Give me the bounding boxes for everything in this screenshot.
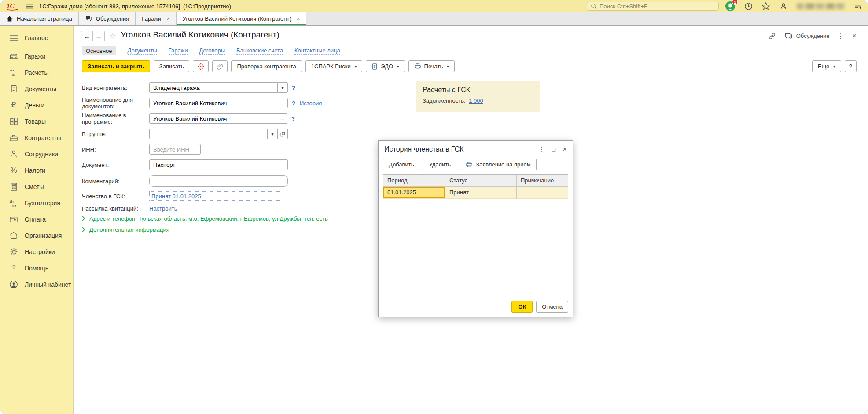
sidebar-item-accounting[interactable]: ДтКт Бухгалтерия <box>0 195 73 211</box>
tab-contractor[interactable]: Уголков Василий Котикович (Контрагент) × <box>177 12 306 25</box>
nav-contracts[interactable]: Договоры <box>199 47 225 55</box>
help-icon[interactable]: ? <box>292 100 295 107</box>
sidebar-item-account[interactable]: Личный кабинет <box>0 276 73 292</box>
cancel-button[interactable]: Отмена <box>536 301 568 313</box>
more-button[interactable]: Еще ▾ <box>812 60 841 72</box>
kind-dropdown-button[interactable]: ▾ <box>278 82 288 93</box>
membership-field[interactable]: Принят 01.01.2025 <box>149 191 282 201</box>
tab-garages[interactable]: Гаражи × <box>136 12 177 25</box>
document-label: Документ: <box>82 162 149 168</box>
help-icon[interactable]: ? <box>292 85 295 91</box>
extra-info-expander[interactable]: Дополнительная информация <box>82 225 169 234</box>
nav-contacts[interactable]: Контактные лица <box>294 47 340 55</box>
person-icon <box>8 150 19 158</box>
sidebar-item-help[interactable]: ? Помощь <box>0 260 73 276</box>
nav-bank-accounts[interactable]: Банковские счета <box>236 47 283 55</box>
kind-select[interactable] <box>149 82 278 93</box>
dialog-maximize-icon[interactable]: □ <box>552 146 555 153</box>
comment-input[interactable] <box>149 175 288 187</box>
main-menu-icon[interactable] <box>26 3 33 9</box>
address-expander[interactable]: Адрес и телефон: Тульская область, м.о. … <box>82 214 328 223</box>
application-print-button[interactable]: Заявление на прием <box>460 159 537 170</box>
inn-input[interactable] <box>149 144 201 155</box>
group-open-button[interactable] <box>278 129 288 139</box>
note-cell[interactable] <box>517 187 568 199</box>
table-row[interactable]: 01.01.2025 Принят <box>383 187 568 199</box>
dialog-kebab-icon[interactable]: ⋮ <box>539 146 545 153</box>
nav-garages[interactable]: Гаражи <box>169 47 188 55</box>
sidebar-item-main[interactable]: Главное <box>0 30 73 46</box>
help-button[interactable]: ? <box>845 60 857 72</box>
receipts-label: Рассылка квитанций: <box>82 205 149 212</box>
group-dropdown-button[interactable]: ▾ <box>268 129 278 139</box>
favorites-star-icon[interactable] <box>761 2 770 11</box>
spark-dossier-button[interactable] <box>193 60 209 72</box>
notifications-button[interactable]: 1 <box>725 1 736 11</box>
edo-document-icon <box>371 63 378 70</box>
favorite-star-icon[interactable]: ☆ <box>109 31 116 41</box>
sidebar-item-goods[interactable]: Товары <box>0 113 73 129</box>
sidebar-item-settings[interactable]: Настройки <box>0 244 73 260</box>
table-header-row: Период Статус Примечание <box>383 175 568 187</box>
sidebar-item-garages[interactable]: Гаражи <box>0 48 73 64</box>
ok-button[interactable]: ОК <box>511 301 533 313</box>
receipts-configure-link[interactable]: Настроить <box>149 205 177 212</box>
debit-credit-icon: ДтКт <box>8 199 19 207</box>
membership-link[interactable]: Принят 01.01.2025 <box>151 193 201 200</box>
history-link[interactable]: История <box>300 100 322 107</box>
service-menu-icon[interactable] <box>854 3 862 10</box>
save-button[interactable]: Записать <box>154 60 190 72</box>
save-and-close-button[interactable]: Записать и закрыть <box>82 60 150 72</box>
spark-risks-button[interactable]: 1СПАРК Риски ▾ <box>305 60 362 72</box>
column-note[interactable]: Примечание <box>517 175 568 187</box>
print-button[interactable]: Печать ▾ <box>408 60 455 72</box>
tab-discussions[interactable]: Обсуждения <box>79 12 136 25</box>
discussion-button[interactable]: Обсуждение <box>784 33 830 40</box>
1c-logo-icon: 1С <box>6 2 19 11</box>
help-icon[interactable]: ? <box>291 115 295 122</box>
document-input[interactable] <box>149 159 288 170</box>
name-prog-input[interactable] <box>149 113 277 124</box>
tab-close-icon[interactable]: × <box>166 15 170 22</box>
dialog-close-icon[interactable]: × <box>563 145 567 154</box>
delete-button[interactable]: Удалить <box>423 159 456 170</box>
edo-button[interactable]: ЭДО ▾ <box>366 60 405 72</box>
column-status[interactable]: Статус <box>445 175 517 187</box>
back-button[interactable]: ← <box>81 31 93 41</box>
user-icon[interactable] <box>779 2 788 11</box>
sidebar-item-payment[interactable]: Оплата <box>0 211 73 227</box>
close-form-icon[interactable]: × <box>852 31 857 41</box>
forward-button[interactable]: → <box>93 31 105 41</box>
tab-close-icon[interactable]: × <box>297 15 300 22</box>
sidebar-item-organization[interactable]: Организация <box>0 227 73 244</box>
sidebar-item-calculations[interactable]: −×+= Расчеты <box>0 64 73 81</box>
attachments-button[interactable] <box>212 60 228 72</box>
sidebar-item-counterparties[interactable]: Контрагенты <box>0 129 73 146</box>
column-period[interactable]: Период <box>383 175 445 187</box>
search-input[interactable]: Поиск Ctrl+Shift+F <box>587 2 719 11</box>
nav-documents[interactable]: Документы <box>128 47 157 55</box>
gsk-settlements-panel: Расчеты с ГСК Задолженность: 1 000 <box>416 81 540 112</box>
name-doc-input[interactable] <box>149 98 288 108</box>
nav-main[interactable]: Основное <box>82 46 116 55</box>
history-icon[interactable] <box>744 2 753 11</box>
group-select[interactable] <box>149 129 268 139</box>
name-prog-ellipsis-button[interactable]: ... <box>277 113 287 124</box>
tab-home[interactable]: Начальная страница <box>0 12 79 25</box>
discussion-label: Обсуждение <box>796 33 830 39</box>
kebab-menu-icon[interactable]: ⋮ <box>837 32 844 40</box>
calc-ops-icon: −×+= <box>8 68 19 77</box>
sidebar-item-money[interactable]: ₽ Деньги <box>0 97 73 113</box>
sidebar-item-estimates[interactable]: Сметы <box>0 178 73 195</box>
period-cell[interactable]: 01.01.2025 <box>383 187 445 199</box>
sidebar-item-documents[interactable]: Документы <box>0 81 73 97</box>
comment-label: Комментарий: <box>82 178 149 185</box>
copy-link-icon[interactable] <box>768 32 776 41</box>
sidebar-item-label: Бухгалтерия <box>25 200 60 207</box>
check-counterparty-button[interactable]: Проверка контрагента <box>231 60 302 72</box>
debt-value-link[interactable]: 1 000 <box>469 97 483 104</box>
add-button[interactable]: Добавить <box>383 159 419 170</box>
sidebar-item-employees[interactable]: Сотрудники <box>0 146 73 162</box>
sidebar-item-taxes[interactable]: % Налоги <box>0 162 73 178</box>
status-cell[interactable]: Принят <box>445 187 517 199</box>
